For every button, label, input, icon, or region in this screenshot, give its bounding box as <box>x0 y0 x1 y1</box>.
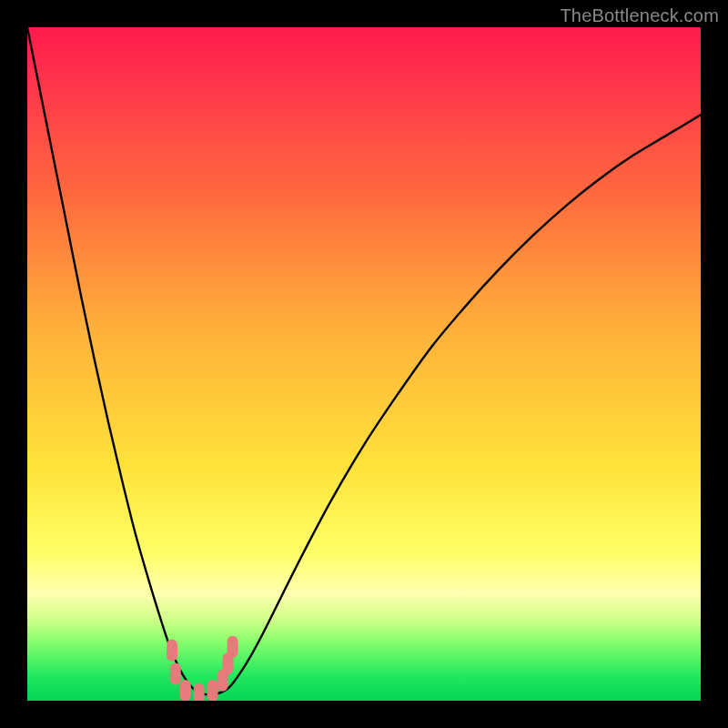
curve-marker <box>170 662 181 684</box>
curve-marker <box>180 680 191 701</box>
curve-marker <box>228 636 238 658</box>
bottleneck-curve <box>27 27 701 701</box>
curve-path <box>27 27 701 694</box>
chart-plot-area <box>27 27 701 701</box>
curve-marker <box>207 680 218 701</box>
watermark-text: TheBottleneck.com <box>560 5 719 26</box>
marker-group <box>167 636 238 701</box>
curve-marker <box>194 683 205 701</box>
curve-marker <box>167 640 177 662</box>
